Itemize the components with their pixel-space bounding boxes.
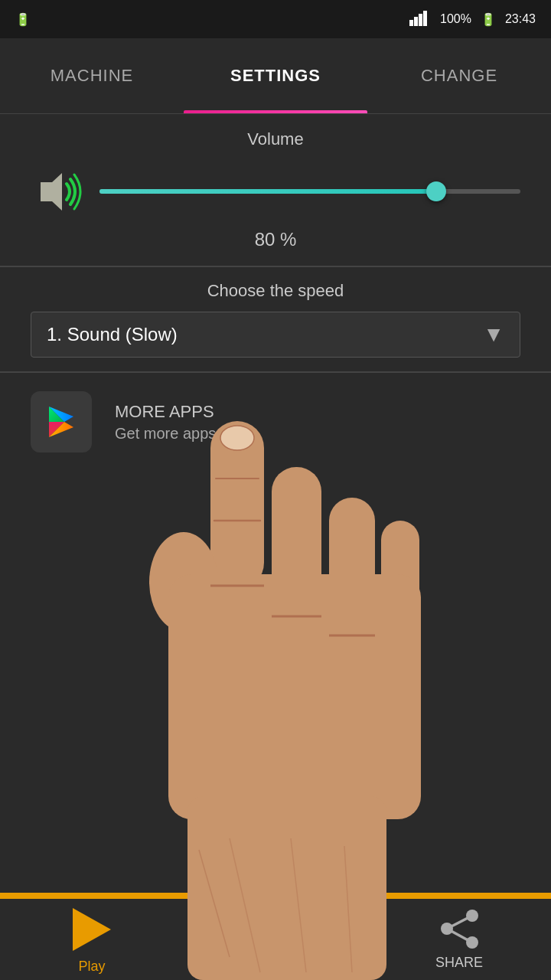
more-apps-text-col: MORE APPS Get more apps [115,402,216,443]
svg-line-30 [447,929,472,942]
volume-section: Volume 80 % [0,114,551,266]
tab-change[interactable]: CHANGE [367,38,551,113]
battery-icon-left: 🔋 [15,12,31,27]
svg-rect-3 [423,11,427,26]
svg-rect-2 [419,14,422,26]
status-bar: 🔋 100% 🔋 23:43 [0,0,551,38]
tab-machine[interactable]: MACHINE [0,38,184,113]
speed-section: Choose the speed 1. Sound (Slow) ▼ [0,266,551,371]
pause-bar-right [279,910,293,949]
play-store-icon[interactable] [31,391,92,452]
slider-track [99,189,520,194]
battery-percent: 100% [440,12,471,26]
svg-rect-1 [414,17,418,26]
svg-line-29 [447,916,472,929]
more-apps-section[interactable]: MORE APPS Get more apps [0,372,551,471]
play-triangle-icon [73,908,111,951]
tab-settings[interactable]: SETTINGS [184,38,367,113]
pause-bar-left [258,910,272,949]
share-button[interactable]: SHARE [367,908,551,971]
share-icon [439,908,481,950]
more-apps-label: MORE APPS [115,402,216,422]
clock: 23:43 [505,12,536,26]
svg-rect-11 [329,498,375,639]
svg-marker-4 [41,173,62,211]
pause-icon [258,908,293,950]
play-label: Play [78,959,105,975]
dropdown-arrow-icon: ▼ [483,322,504,347]
volume-label: Volume [31,129,520,149]
speed-selected: 1. Sound (Slow) [47,324,178,345]
bottom-bar: Play Pause SHARE [0,896,551,980]
volume-slider[interactable] [99,176,520,207]
svg-rect-0 [409,20,413,26]
share-label: SHARE [435,955,483,971]
speaker-icon [31,165,84,218]
signal-strength [409,9,431,29]
volume-percent: 80 % [31,229,520,250]
tab-bar: MACHINE SETTINGS CHANGE [0,38,551,113]
speed-dropdown[interactable]: 1. Sound (Slow) ▼ [31,312,520,358]
tab-active-indicator [184,110,367,113]
battery-icon: 🔋 [481,12,496,27]
slider-thumb [426,181,446,201]
svg-rect-10 [272,467,321,620]
play-icon [67,905,116,954]
pause-button[interactable]: Pause [184,908,367,971]
pause-label: Pause [256,955,295,971]
svg-rect-14 [168,574,421,819]
speed-label: Choose the speed [31,281,520,301]
svg-point-13 [149,532,218,632]
play-button[interactable]: Play [0,905,184,975]
svg-rect-12 [381,521,419,643]
volume-row [31,165,520,218]
more-apps-subtitle: Get more apps [115,425,216,443]
slider-fill [99,189,436,194]
